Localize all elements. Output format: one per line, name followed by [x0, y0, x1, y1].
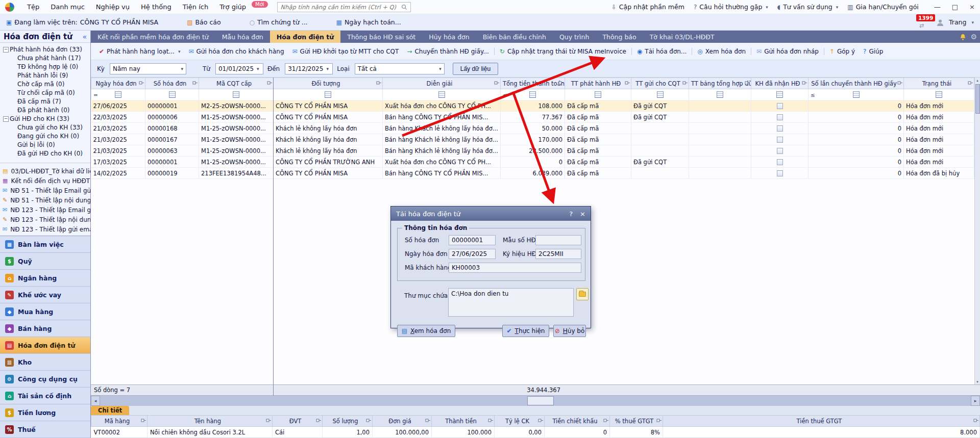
period-select[interactable]: Năm nay▾: [110, 63, 186, 74]
filter-box-icon[interactable]: [438, 91, 445, 98]
tree-item[interactable]: TĐ không hợp lệ (0): [2, 63, 90, 71]
pin-icon[interactable]: [366, 419, 371, 423]
tab-detail[interactable]: Chi tiết: [91, 406, 129, 415]
dialog-help-icon[interactable]: ?: [569, 210, 573, 218]
received-checkbox-icon[interactable]: [777, 137, 783, 143]
scroll-up-icon[interactable]: ▴: [976, 78, 978, 83]
received-checkbox-icon[interactable]: [777, 148, 783, 154]
tree-item[interactable]: Phát hành lỗi (9): [2, 71, 90, 80]
grid-filter-cell[interactable]: [383, 89, 501, 100]
filter-box-icon[interactable]: [115, 91, 121, 98]
module-button[interactable]: ⌂ Tài sản cố định: [0, 388, 90, 404]
dialog-title-bar[interactable]: Tải hóa đơn điện tử ? ×: [391, 207, 591, 221]
pin-icon[interactable]: [267, 81, 272, 86]
grid-filter-cell[interactable]: [565, 89, 631, 100]
filter-box-icon[interactable]: [717, 91, 723, 98]
template-no-field[interactable]: [535, 235, 581, 245]
menu-right-item[interactable]: ◖ Tư vấn sử dụng ▾: [777, 3, 838, 11]
tree-item[interactable]: Chưa gửi cho KH (33): [2, 123, 90, 132]
vertical-scrollbar[interactable]: ▴ ▾: [974, 78, 980, 384]
received-checkbox-icon[interactable]: [777, 125, 783, 132]
folder-path-field[interactable]: C:\Hoa don dien tu: [448, 288, 574, 317]
cancel-button[interactable]: ⊘ Hủy bỏ: [553, 325, 586, 337]
table-row[interactable]: 21/03/2025 00000168 M1-25-zOWSN-0000... …: [91, 123, 974, 134]
grid-filter-cell[interactable]: [631, 89, 689, 100]
pin-icon[interactable]: [494, 81, 499, 86]
grid-column-header[interactable]: Đối tượng: [274, 78, 383, 89]
table-row[interactable]: 21/03/2025 00000167 M1-25-zOWSN-0000... …: [91, 134, 974, 145]
grid-column-header[interactable]: TT phát hành HĐ: [565, 78, 631, 89]
detail-column-header[interactable]: Mã hàng: [91, 416, 148, 427]
pin-icon[interactable]: [968, 81, 973, 86]
menu-item[interactable]: Hệ thống: [135, 3, 177, 11]
panel-link[interactable]: ✉ NĐ 51 - Thiết lập Email gửi HĐ: [0, 186, 90, 195]
grid-filter-cell[interactable]: [274, 89, 383, 100]
tree-item[interactable]: Đã cấp mã (7): [2, 97, 90, 106]
serial-field[interactable]: 2C25MII: [535, 249, 581, 259]
module-button[interactable]: $ Quỹ: [0, 253, 90, 270]
browse-folder-button[interactable]: [576, 288, 589, 300]
panel-link[interactable]: ▤ 03/DL-HĐĐT_Tờ khai dữ liệu: [0, 166, 90, 176]
user-name[interactable]: Trang: [949, 18, 966, 26]
toolbar-button[interactable]: ↻ Cập nhật trạng thái từ MISA meInvoice …: [494, 48, 630, 55]
pin-icon[interactable]: [745, 81, 750, 86]
filter-box-icon[interactable]: [325, 91, 331, 98]
pin-icon[interactable]: [192, 81, 198, 86]
panel-link[interactable]: ✎ NĐ 51 - Thiết lập nội dung Em: [0, 195, 90, 205]
pin-icon[interactable]: [802, 81, 807, 86]
pin-icon[interactable]: [625, 81, 630, 86]
tree-item[interactable]: Đang gửi cho KH (0): [2, 132, 90, 141]
filter-box-icon[interactable]: [595, 91, 601, 98]
pin-icon[interactable]: [656, 419, 662, 423]
tab[interactable]: Mẫu hóa đơn: [215, 31, 270, 43]
detail-column-header[interactable]: % thuế GTGT: [610, 416, 663, 427]
grid-column-header[interactable]: Diễn giải: [383, 78, 501, 89]
scroll-right-icon[interactable]: ▸: [971, 396, 980, 406]
table-row[interactable]: 14/02/2025 00000019 213FEE1381954A48... …: [91, 168, 974, 179]
panel-link[interactable]: ✎ NĐ 123 - Thiết lập nội dung E: [0, 215, 90, 224]
grid-column-header[interactable]: KH đã nhận HĐ: [751, 78, 808, 89]
detail-column-header[interactable]: Số lượng: [323, 416, 373, 427]
collapse-panel-icon[interactable]: «: [82, 33, 87, 41]
grid-filter-cell[interactable]: [751, 89, 808, 100]
pin-icon[interactable]: [538, 419, 543, 423]
toolbar-button[interactable]: ◉ Tải hóa đơn... ▾: [631, 48, 691, 55]
notification-area[interactable]: 1399 ⇄: [916, 17, 932, 28]
context-shortcut[interactable]: ▧ Báo cáo: [187, 18, 220, 26]
pin-icon[interactable]: [266, 419, 271, 423]
grid-column-header[interactable]: TT gửi cho CQT: [631, 78, 689, 89]
menu-item[interactable]: Tệp: [21, 3, 45, 11]
pin-icon[interactable]: [139, 81, 144, 86]
tab[interactable]: Hóa đơn điện tử: [270, 31, 340, 43]
grid-filter-cell[interactable]: [689, 89, 751, 100]
tree-item[interactable]: Chưa phát hành (17): [2, 54, 90, 63]
customer-code-field[interactable]: KH00003: [449, 263, 581, 273]
detail-column-header[interactable]: ĐVT: [273, 416, 323, 427]
from-date-input[interactable]: 01/01/2025▾: [215, 63, 263, 74]
module-button[interactable]: ⚙ Công cụ dụng cụ: [0, 371, 90, 388]
menu-right-item[interactable]: ▥ Gia hạn/Chuyển gói ▾: [847, 3, 918, 11]
pin-icon[interactable]: [316, 419, 321, 423]
horizontal-scrollbar[interactable]: ◂ ▸: [91, 396, 980, 406]
menu-item[interactable]: Trợ giúp: [214, 3, 252, 11]
pin-icon[interactable]: [141, 419, 146, 423]
grid-column-header[interactable]: Số hóa đơn: [145, 78, 199, 89]
grid-filter-cell[interactable]: [904, 89, 974, 100]
toolbar-button[interactable]: ✔ Phát hành hàng loạt... ▾: [95, 48, 184, 55]
detail-column-header[interactable]: Tên hàng: [148, 416, 273, 427]
filter-box-icon[interactable]: [657, 91, 664, 98]
context-shortcut[interactable]: ▦ Ngày hạch toán...: [336, 18, 401, 26]
scroll-down-icon[interactable]: ▾: [976, 379, 978, 384]
table-row[interactable]: 27/06/2025 00000001 M2-25-zOWSN-0000... …: [91, 100, 974, 112]
detail-column-header[interactable]: Tiền thuế GTGT: [663, 416, 980, 427]
menu-item[interactable]: Nghiệp vụ: [90, 3, 135, 11]
pin-icon[interactable]: [682, 81, 688, 86]
tree-item[interactable]: Phát hành hóa đơn (33): [2, 45, 90, 54]
minimize-button[interactable]: —: [934, 3, 941, 11]
tab[interactable]: Tờ khai 03/DL-HĐĐT: [643, 31, 721, 43]
toolbar-button[interactable]: ✉ Gửi hóa đơn nháp ▾: [751, 48, 823, 55]
filter-box-icon[interactable]: [936, 91, 942, 98]
module-button[interactable]: % Thuế: [0, 421, 90, 438]
tree-item[interactable]: Đã phát hành (0): [2, 106, 90, 115]
tab[interactable]: Thông báo: [596, 31, 643, 43]
